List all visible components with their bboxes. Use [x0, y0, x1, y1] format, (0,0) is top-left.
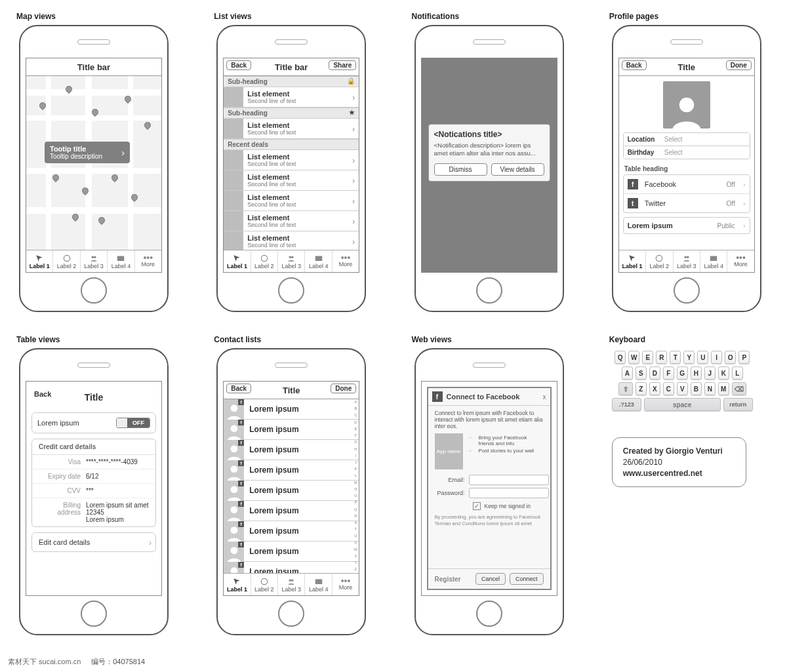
birthday-field[interactable]: BirthdaySelect [623, 146, 750, 159]
az-letter[interactable]: L [352, 474, 359, 478]
az-letter[interactable]: I [352, 454, 359, 458]
letter-key[interactable]: F [663, 366, 674, 380]
letter-key[interactable]: I [711, 351, 722, 364]
map-tooltip[interactable]: Tootip title Tooltip description › [45, 142, 130, 163]
letter-key[interactable]: G [677, 366, 688, 380]
contact-row[interactable]: fLorem ipsum [224, 420, 359, 440]
az-letter[interactable]: Q [352, 508, 359, 512]
facebook-row[interactable]: fFacebookOff› [624, 175, 750, 194]
az-letter[interactable]: R [352, 515, 359, 519]
tab-4[interactable]: Label 4 [305, 574, 332, 595]
view-details-button[interactable]: View details [491, 163, 544, 176]
az-letter[interactable]: P [352, 501, 359, 505]
tab-more[interactable]: •••More [727, 250, 754, 272]
az-letter[interactable]: V [352, 542, 359, 545]
list-item[interactable]: List elementSecond line of text› [224, 150, 359, 170]
letter-key[interactable]: H [691, 366, 702, 380]
letter-key[interactable]: T [670, 351, 681, 364]
az-letter[interactable]: U [352, 534, 359, 538]
letter-key[interactable]: P [738, 351, 750, 364]
map-pin-icon[interactable] [97, 216, 106, 225]
contact-row[interactable]: fLorem ipsum [224, 542, 359, 562]
letter-key[interactable]: E [642, 351, 653, 364]
az-letter[interactable]: Y [352, 561, 359, 565]
contact-row[interactable]: fLorem ipsum [224, 481, 359, 501]
tab-2[interactable]: Label 2 [53, 250, 80, 272]
letter-key[interactable]: K [718, 366, 729, 380]
az-letter[interactable]: E [352, 427, 359, 431]
tab-3[interactable]: Label 3 [278, 250, 305, 272]
az-letter[interactable]: A [352, 401, 359, 405]
letter-key[interactable]: U [697, 351, 708, 364]
tab-more[interactable]: •••More [135, 250, 161, 272]
tab-3[interactable]: Label 3 [81, 250, 108, 272]
map-pin-icon[interactable] [110, 173, 119, 182]
back-button[interactable]: Back [226, 384, 251, 393]
az-letter[interactable]: Z [352, 568, 359, 572]
back-button[interactable]: Back [34, 390, 51, 398]
tab-more[interactable]: •••More [333, 574, 359, 595]
az-letter[interactable]: S [352, 521, 359, 525]
list-item[interactable]: List elementSecond line of text› [224, 211, 359, 231]
done-button[interactable]: Done [331, 384, 356, 393]
close-icon[interactable]: x [543, 393, 546, 401]
connect-button[interactable]: Connect [510, 573, 544, 585]
letter-key[interactable]: N [704, 382, 716, 395]
letter-key[interactable]: O [725, 351, 736, 364]
letter-key[interactable]: Y [683, 351, 695, 364]
tab-1[interactable]: Label 1 [224, 574, 251, 595]
list-item[interactable]: List elementSecond line of text› [224, 119, 359, 139]
letter-key[interactable]: M [718, 382, 729, 395]
tab-1[interactable]: Label 1 [619, 250, 646, 272]
letter-key[interactable]: W [628, 351, 639, 364]
az-letter[interactable]: G [352, 441, 359, 445]
contact-row[interactable]: fLorem ipsum [224, 399, 359, 420]
backspace-key[interactable]: ⌫ [732, 382, 746, 395]
dismiss-button[interactable]: Dismiss [434, 163, 487, 176]
letter-key[interactable]: Q [615, 351, 626, 364]
list-item[interactable]: List elementSecond line of text› [224, 170, 359, 191]
az-letter[interactable]: D [352, 421, 359, 425]
tab-4[interactable]: Label 4 [700, 250, 727, 272]
map-pin-icon[interactable] [51, 173, 60, 182]
password-input[interactable] [469, 488, 549, 498]
tab-3[interactable]: Label 3 [278, 574, 305, 595]
privacy-row[interactable]: Lorem ipsumPublic› [624, 218, 750, 233]
az-letter[interactable]: X [352, 555, 359, 559]
az-letter[interactable]: T [352, 528, 359, 532]
contact-row[interactable]: fLorem ipsum [224, 460, 359, 481]
twitter-row[interactable]: tTwitterOff› [624, 194, 750, 212]
edit-card-button[interactable]: Edit card details › [31, 532, 156, 552]
letter-key[interactable]: A [622, 366, 633, 380]
contact-row[interactable]: fLorem ipsum [224, 501, 359, 521]
tab-3[interactable]: Label 3 [674, 250, 700, 272]
az-index[interactable]: ABCDEFGHIJKLMNOPQRSTUVWXYZ [352, 399, 359, 573]
contact-row[interactable]: fLorem ipsum [224, 440, 359, 460]
cancel-button[interactable]: Cancel [475, 573, 506, 585]
az-letter[interactable]: H [352, 448, 359, 452]
az-letter[interactable]: M [352, 481, 359, 485]
az-letter[interactable]: C [352, 414, 359, 418]
map-pin-icon[interactable] [71, 212, 80, 222]
list-item[interactable]: List elementSecond line of text› [224, 231, 359, 250]
email-input[interactable] [469, 475, 549, 485]
tab-2[interactable]: Label 2 [646, 250, 673, 272]
map-pin-icon[interactable] [143, 121, 152, 130]
contact-row[interactable]: fLorem ipsum [224, 521, 359, 542]
share-button[interactable]: Share [329, 60, 356, 70]
list-item[interactable]: List elementSecond line of text› [224, 191, 359, 211]
toggle-switch[interactable]: OFF [116, 418, 150, 428]
location-field[interactable]: LocationSelect [623, 132, 750, 146]
tab-2[interactable]: Label 2 [251, 250, 278, 272]
tab-4[interactable]: Label 4 [305, 250, 332, 272]
letter-key[interactable]: S [636, 366, 647, 380]
letter-key[interactable]: X [649, 382, 660, 395]
letter-key[interactable]: L [732, 366, 743, 380]
keep-signed-checkbox[interactable]: ✓ [473, 502, 481, 510]
letter-key[interactable]: J [704, 366, 716, 380]
az-letter[interactable]: J [352, 461, 359, 465]
toggle-row[interactable]: Lorem ipsum OFF [31, 412, 156, 433]
space-key[interactable]: space [644, 398, 721, 411]
return-key[interactable]: return [723, 398, 753, 411]
letter-key[interactable]: C [663, 382, 674, 395]
